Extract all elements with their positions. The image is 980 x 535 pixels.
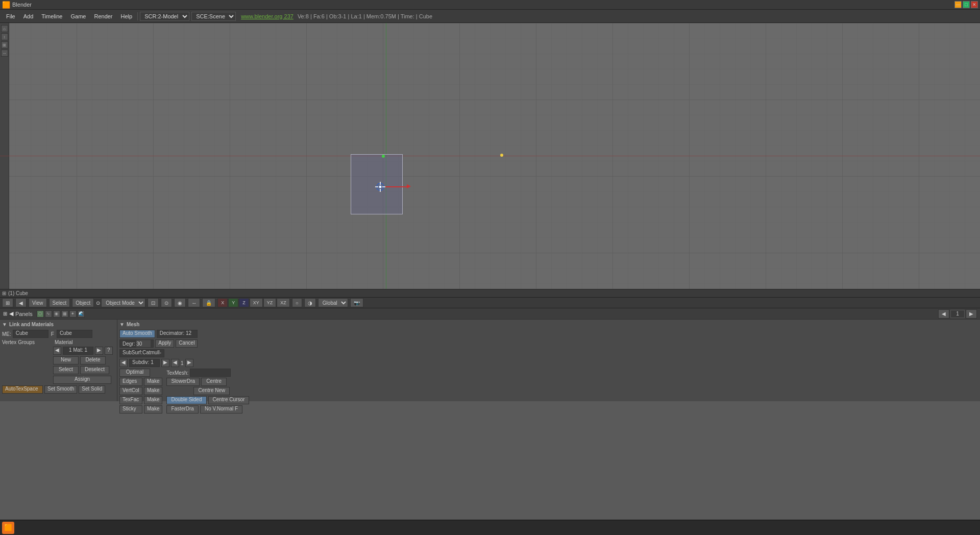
panel-icon-part[interactable]: ✦ — [69, 310, 77, 318]
me-dropdown[interactable]: Cube — [13, 330, 48, 338]
texfac-make-btn[interactable]: Make — [144, 396, 162, 404]
texfac-btn[interactable]: TexFac — [119, 396, 142, 404]
menu-render[interactable]: Render — [90, 10, 116, 22]
apply-btn[interactable]: Apply — [155, 339, 174, 348]
toolbar-snap-ico[interactable]: ⊙ — [161, 298, 172, 307]
vertcol-row: VertCol Make — [119, 387, 162, 395]
set-solid-btn[interactable]: Set Solid — [79, 385, 105, 394]
panel-page-input[interactable] — [950, 310, 965, 318]
shelf-icon-4[interactable]: ↔ — [1, 50, 8, 57]
link-materials-panel: ▼ Link and Materials ME: Cube F Cube Ver… — [0, 320, 117, 401]
autotexspace-btn[interactable]: AutoTexSpace — [2, 385, 43, 394]
mesh-title: ▼ Mesh — [119, 322, 978, 327]
toolbar-xform-ico[interactable]: ⊡ — [148, 298, 159, 307]
svg-point-3 — [379, 185, 382, 188]
panel-next[interactable]: ▶ — [966, 309, 977, 319]
shelf-icon-3[interactable]: ⊞ — [1, 41, 8, 48]
toolbar-xy-btn[interactable]: XY — [250, 298, 263, 307]
viewport[interactable]: ⌂ ↕ ⊞ ↔ ⊞ (1) Cube — [0, 23, 980, 297]
mat-num-display: 1 Mat: 1 — [63, 347, 93, 355]
assign-mat-btn[interactable]: Assign — [53, 376, 111, 384]
toolbar-z-btn[interactable]: Z — [239, 298, 249, 307]
toolbar-proportional[interactable]: ○ — [292, 298, 302, 307]
mode-select[interactable]: Object Mode — [101, 298, 145, 307]
centre-btn[interactable]: Centre — [201, 378, 227, 386]
shelf-icon-1[interactable]: ⌂ — [1, 25, 8, 32]
optimal-btn[interactable]: Optimal — [119, 369, 150, 377]
panel-icon-mat[interactable]: ◉ — [53, 310, 60, 318]
faster-draw-btn[interactable]: FasterDra — [166, 405, 198, 414]
sticky-make-btn[interactable]: Make — [144, 405, 162, 414]
sticky-btn[interactable]: Sticky — [119, 405, 142, 414]
toolbar-object[interactable]: Object — [72, 298, 94, 307]
shelf-icon-2[interactable]: ↕ — [1, 33, 8, 40]
mat-next-btn[interactable]: ▶ — [95, 347, 103, 355]
centre-new-btn[interactable]: Centre New — [193, 387, 230, 395]
minimize-button[interactable]: — — [954, 1, 962, 8]
screen-select[interactable]: SCR:2-Model — [140, 12, 189, 21]
texmesh-row: TexMesh: — [166, 369, 249, 377]
double-sided-btn[interactable]: Double Sided — [166, 396, 206, 404]
toolbar-manip-ico[interactable]: ↔ — [188, 298, 200, 307]
menu-help[interactable]: Help — [117, 10, 137, 22]
mat-prev-btn[interactable]: ◀ — [53, 347, 61, 355]
toolbar-xz-btn[interactable]: XZ — [277, 298, 290, 307]
mat-question-btn[interactable]: ? — [105, 347, 113, 355]
new-mat-btn[interactable]: New — [53, 356, 79, 364]
cube-top-handle[interactable] — [382, 155, 385, 158]
subdiv-next2[interactable]: ▶ — [185, 359, 193, 367]
panel-icon-mesh[interactable]: ⬡ — [37, 310, 44, 318]
panel-icon-tex[interactable]: ▦ — [61, 310, 68, 318]
menu-timeline[interactable]: Timeline — [37, 10, 66, 22]
toolbar-x-btn[interactable]: X — [217, 298, 228, 307]
deselect-mat-btn[interactable]: Deselect — [80, 366, 109, 374]
taskbar-blender-icon[interactable]: 🟧 — [2, 522, 14, 534]
toolbar-arrow-left[interactable]: ◀ — [15, 298, 27, 307]
menu-add[interactable]: Add — [19, 10, 38, 22]
delete-mat-btn[interactable]: Delete — [80, 356, 106, 364]
subdiv-next[interactable]: ▶ — [161, 359, 169, 367]
double-sided-row: Double Sided Centre Cursor — [166, 396, 249, 404]
edges-btn[interactable]: Edges — [119, 378, 142, 386]
vertcol-btn[interactable]: VertCol — [119, 387, 142, 395]
toolbar-layer-vis[interactable]: 📷 — [350, 298, 363, 307]
subdiv-prev[interactable]: ◀ — [119, 359, 128, 367]
slower-draw-btn[interactable]: SlowerDra — [166, 378, 200, 386]
maximize-button[interactable]: □ — [963, 1, 970, 8]
titlebar-controls[interactable]: — □ ✕ — [954, 1, 980, 8]
menu-file[interactable]: File — [2, 10, 19, 22]
toolbar-lock-ico[interactable]: 🔒 — [202, 298, 215, 307]
texmesh-input[interactable] — [190, 369, 231, 377]
toolbar-yz-btn[interactable]: YZ — [263, 298, 277, 307]
cancel-btn[interactable]: Cancel — [176, 339, 198, 348]
degr-input[interactable] — [136, 340, 151, 347]
panel-icon-phy[interactable]: 🌊 — [78, 310, 85, 318]
toolbar-icon-mesh[interactable]: ⊞ — [2, 298, 13, 307]
set-smooth-btn[interactable]: Set Smooth — [44, 385, 77, 394]
select-mat-btn[interactable]: Select — [53, 366, 79, 374]
subdiv-prev2[interactable]: ◀ — [171, 359, 179, 367]
blender-link[interactable]: www.blender.org 237 — [241, 13, 293, 19]
toolbar-select[interactable]: Select — [49, 298, 70, 307]
centre-cursor-btn[interactable]: Centre Cursor — [208, 396, 250, 404]
panel-icon-curve[interactable]: ∿ — [45, 310, 52, 318]
lm-collapse-icon[interactable]: ▼ — [2, 322, 7, 327]
toolbar-view[interactable]: View — [29, 298, 47, 307]
panel-prev[interactable]: ◀ — [938, 309, 949, 319]
close-button[interactable]: ✕ — [971, 1, 978, 8]
no-vnormal-btn[interactable]: No V.Normal F — [200, 405, 242, 414]
lm-mesh-row: ME: Cube F Cube — [2, 330, 115, 338]
edges-make-btn[interactable]: Make — [144, 378, 162, 386]
mesh-row2: Degr: Apply Cancel — [119, 339, 978, 348]
toolbar-pivot-ico[interactable]: ◉ — [174, 298, 186, 307]
toolbar-y-btn[interactable]: Y — [228, 298, 238, 307]
menu-game[interactable]: Game — [66, 10, 90, 22]
auto-smooth-btn[interactable]: Auto Smooth — [119, 330, 155, 338]
toolbar-falloff[interactable]: ◑ — [304, 298, 316, 307]
link-materials-title: ▼ Link and Materials — [2, 322, 115, 327]
mesh-collapse-icon[interactable]: ▼ — [119, 322, 125, 327]
scene-select[interactable]: SCE:Scene — [191, 12, 236, 21]
global-select[interactable]: Global — [318, 298, 348, 307]
vertcol-make-btn[interactable]: Make — [144, 387, 162, 395]
ob-dropdown[interactable]: Cube — [57, 330, 92, 338]
